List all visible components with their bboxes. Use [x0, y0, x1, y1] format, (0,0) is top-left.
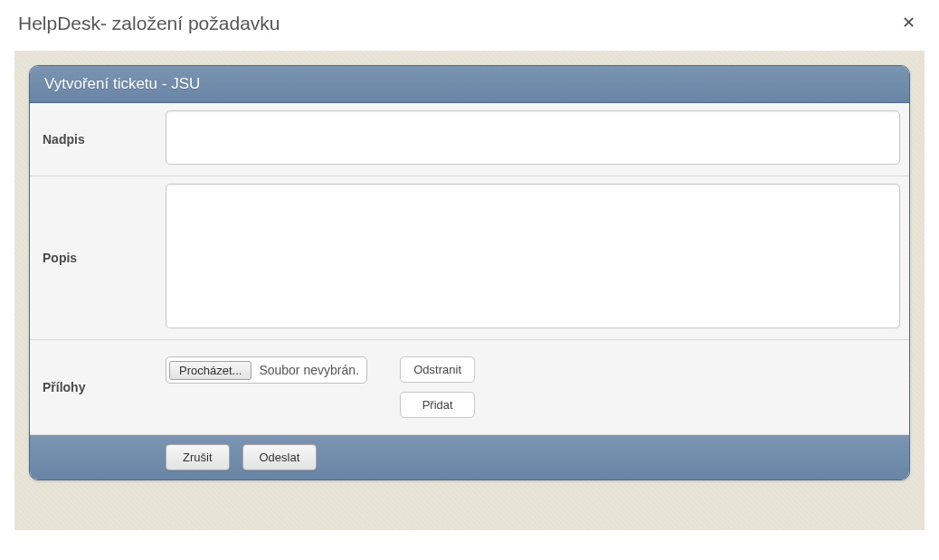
cancel-button[interactable]: Zrušit	[166, 444, 230, 470]
description-label: Popis	[30, 176, 166, 339]
attachments-label: Přílohy	[30, 340, 166, 434]
form-row-subject: Nadpis	[30, 103, 909, 176]
panel-title: Vytvoření ticketu - JSU	[30, 66, 909, 103]
form-row-attachments: Přílohy Procházet... Soubor nevybrán. Od…	[30, 340, 909, 435]
subject-input[interactable]	[166, 110, 900, 165]
remove-attachment-button[interactable]: Odstranit	[400, 356, 475, 383]
attachment-actions: Odstranit Přidat	[400, 356, 900, 418]
subject-label: Nadpis	[30, 103, 166, 176]
close-icon[interactable]: ✕	[896, 13, 921, 33]
description-field-wrap	[166, 176, 909, 339]
modal-header: HelpDesk- založení požadavku ✕	[0, 0, 939, 51]
submit-button[interactable]: Odeslat	[242, 444, 318, 470]
panel-body: Nadpis Popis Přílohy Procházet..	[30, 103, 909, 435]
subject-field-wrap	[166, 103, 909, 176]
description-input[interactable]	[166, 184, 900, 328]
file-status-text: Soubor nevybrán.	[259, 363, 359, 377]
modal-body: Vytvoření ticketu - JSU Nadpis Popis Pří…	[14, 51, 925, 530]
panel-footer: Zrušit Odeslat	[30, 435, 909, 479]
ticket-panel: Vytvoření ticketu - JSU Nadpis Popis Pří…	[29, 65, 910, 480]
file-input-widget[interactable]: Procházet... Soubor nevybrán.	[166, 356, 367, 384]
browse-button[interactable]: Procházet...	[169, 361, 251, 380]
form-row-description: Popis	[30, 176, 909, 340]
attachment-picker: Procházet... Soubor nevybrán.	[166, 356, 367, 384]
attachment-line: Procházet... Soubor nevybrán. Odstranit …	[166, 356, 900, 418]
attachments-field-wrap: Procházet... Soubor nevybrán. Odstranit …	[166, 340, 909, 434]
add-attachment-button[interactable]: Přidat	[400, 392, 475, 418]
modal-title: HelpDesk- založení požadavku	[18, 13, 280, 34]
